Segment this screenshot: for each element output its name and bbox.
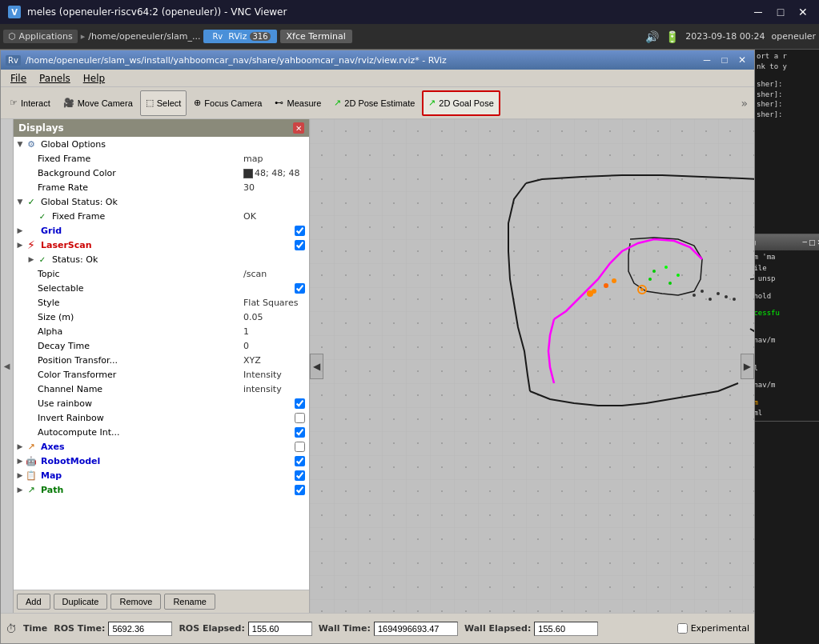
axes-arrow[interactable]: ▶: [15, 442, 25, 450]
status-ok-row[interactable]: ▶ ✓ Status: Ok: [14, 252, 309, 266]
global-status-row[interactable]: ▼ ✓ Global Status: Ok: [14, 194, 309, 209]
color-transformer-row[interactable]: Color Transformer Intensity: [14, 367, 309, 382]
grid-arrow[interactable]: ▶: [15, 226, 25, 234]
status-ok-arrow[interactable]: ▶: [26, 255, 36, 263]
rviz-window-title: /home/openeuler/slam_ws/install/yahboomc…: [26, 55, 447, 66]
autocompute-row[interactable]: Autocompute Int...: [14, 425, 309, 439]
invert-rainbow-checkbox[interactable]: [291, 413, 307, 423]
select-button[interactable]: ⬚ Select: [140, 90, 187, 116]
size-row[interactable]: Size (m) 0.05: [14, 310, 309, 324]
goal-pose-icon: ↗: [428, 98, 436, 108]
robotmodel-row[interactable]: ▶ 🤖 RobotModel: [14, 454, 309, 468]
selectable-checkbox[interactable]: [291, 283, 307, 294]
displays-close-button[interactable]: ✕: [293, 122, 304, 134]
channel-name-row[interactable]: Channel Name intensity: [14, 382, 309, 396]
svg-point-7: [648, 278, 652, 281]
rviz-minimize-button[interactable]: ─: [700, 53, 714, 67]
topic-row[interactable]: Topic /scan: [14, 266, 309, 281]
applications-menu[interactable]: ⬡ Applications: [3, 30, 78, 43]
right-terminal: ort a r nk to y sher]: sher]: sher]: she…: [755, 50, 819, 644]
global-options-row[interactable]: ▼ ⚙ Global Options: [14, 137, 309, 151]
global-status-arrow[interactable]: ▼: [15, 198, 25, 206]
rviz-viewport[interactable]: ◀ ▶: [310, 119, 754, 613]
position-transform-row[interactable]: Position Transfor... XYZ: [14, 353, 309, 367]
fixed-frame-row[interactable]: Fixed Frame map: [14, 151, 309, 166]
sidebar-toggle[interactable]: ◀: [1, 119, 14, 613]
rename-button[interactable]: Rename: [164, 594, 215, 610]
robotmodel-arrow[interactable]: ▶: [15, 457, 25, 465]
selectable-row[interactable]: Selectable: [14, 281, 309, 295]
experimental-checkbox[interactable]: [677, 623, 688, 634]
focus-camera-button[interactable]: ⊕ Focus Camera: [188, 90, 267, 116]
map-arrow[interactable]: ▶: [15, 471, 25, 479]
pose-estimate-button[interactable]: ↗ 2D Pose Estimate: [328, 90, 420, 116]
grid-checkbox[interactable]: [291, 226, 307, 236]
laserscan-row[interactable]: ▶ ⚡ LaserScan: [14, 238, 309, 252]
map-checkbox[interactable]: [291, 470, 307, 481]
fixed-frame-status-row[interactable]: ✓ Fixed Frame OK: [14, 209, 309, 223]
viewport-nav-right[interactable]: ▶: [741, 354, 754, 379]
rviz-maximize-button[interactable]: □: [717, 53, 732, 67]
toolbar-more-button[interactable]: »: [737, 95, 751, 111]
remove-button[interactable]: Remove: [110, 594, 161, 610]
duplicate-button[interactable]: Duplicate: [54, 594, 108, 610]
close-button[interactable]: ✕: [795, 4, 811, 20]
grid-row[interactable]: ▶ Grid: [14, 223, 309, 238]
map-label: Map: [39, 470, 167, 481]
apps-icon: ⬡: [8, 31, 16, 42]
invert-rainbow-row[interactable]: Invert Rainbow: [14, 410, 309, 425]
second-term-minimize[interactable]: ─: [803, 238, 807, 246]
global-options-arrow[interactable]: ▼: [15, 140, 25, 148]
wall-time-input[interactable]: [374, 622, 458, 636]
style-value: Flat Squares: [243, 298, 307, 308]
use-rainbow-row[interactable]: Use rainbow: [14, 396, 309, 410]
status-ok-label: Status: Ok: [50, 254, 307, 265]
wall-elapsed-input[interactable]: [534, 622, 598, 636]
axes-checkbox[interactable]: [291, 442, 307, 452]
terminal-line: sher]:: [757, 90, 817, 100]
svg-point-2: [592, 289, 596, 294]
interact-button[interactable]: ☞ Interact: [4, 90, 56, 116]
path-row[interactable]: ▶ ↗ Path: [14, 482, 309, 497]
decay-time-row[interactable]: Decay Time 0: [14, 338, 309, 353]
path-checkbox[interactable]: [291, 485, 307, 495]
second-terminal-titlebar: □ ─ □ ✕: [755, 234, 819, 250]
panels-menu[interactable]: Panels: [33, 71, 77, 86]
terminal-line: sher]:: [757, 110, 817, 120]
laserscan-checkbox[interactable]: [291, 240, 307, 250]
use-rainbow-checkbox[interactable]: [291, 398, 307, 409]
laserscan-arrow[interactable]: ▶: [15, 241, 25, 249]
svg-point-4: [612, 278, 616, 283]
file-path: /home/openeuler/slam_...: [88, 31, 200, 42]
goal-pose-button[interactable]: ↗ 2D Goal Pose: [422, 90, 500, 116]
axes-row[interactable]: ▶ ↗ Axes: [14, 439, 309, 454]
frame-rate-row[interactable]: Frame Rate 30: [14, 180, 309, 194]
viewport-nav-left[interactable]: ◀: [310, 354, 323, 379]
bg-color-row[interactable]: Background Color 48; 48; 48: [14, 166, 309, 180]
path-arrow[interactable]: ▶: [15, 486, 25, 494]
autocompute-checkbox[interactable]: [291, 427, 307, 438]
alpha-row[interactable]: Alpha 1: [14, 324, 309, 338]
rviz-close-button[interactable]: ✕: [735, 53, 749, 67]
measure-button[interactable]: ⊷ Measure: [269, 90, 327, 116]
time-bar-container: ⏱ Time ROS Time: ROS Elapsed: Wall Time:…: [1, 613, 754, 643]
position-transform-value: XYZ: [243, 355, 307, 366]
terminal-tab[interactable]: Xfce Terminal: [280, 30, 352, 43]
minimize-button[interactable]: ─: [750, 4, 766, 20]
displays-list[interactable]: ▼ ⚙ Global Options Fixed Frame map Backg…: [14, 137, 309, 590]
map-row[interactable]: ▶ 📋 Map: [14, 468, 309, 482]
ros-elapsed-input[interactable]: [248, 622, 312, 636]
ros-elapsed-section: ROS Elapsed:: [179, 622, 311, 636]
rviz-tab[interactable]: Rv RViz 316: [203, 30, 276, 43]
wall-elapsed-section: Wall Elapsed:: [464, 622, 598, 636]
add-button[interactable]: Add: [17, 594, 50, 610]
help-menu[interactable]: Help: [77, 71, 111, 86]
move-camera-button[interactable]: 🎥 Move Camera: [58, 90, 139, 116]
terminal-line: nk to y: [757, 62, 817, 72]
second-term-maximize[interactable]: □: [809, 238, 816, 246]
robotmodel-checkbox[interactable]: [291, 456, 307, 466]
maximize-button[interactable]: □: [773, 4, 789, 20]
style-row[interactable]: Style Flat Squares: [14, 295, 309, 310]
ros-time-input[interactable]: [108, 622, 172, 636]
file-menu[interactable]: File: [4, 71, 33, 86]
